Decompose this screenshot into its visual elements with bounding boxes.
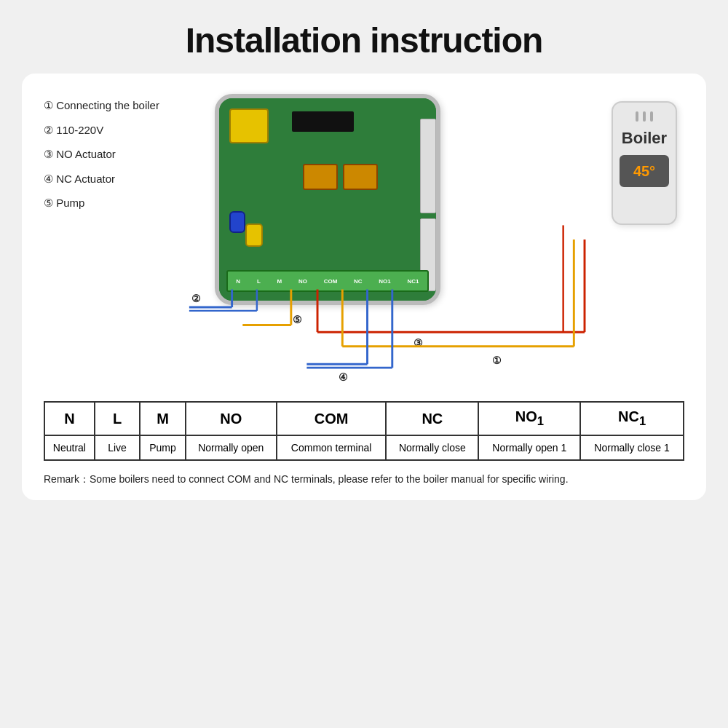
- page: Installation instruction ① Connecting th…: [0, 0, 728, 728]
- boiler-label: Boiler: [622, 129, 667, 148]
- instruction-item-2: ② 110-220V: [44, 119, 186, 142]
- remark-text: Remark：Some boilers need to connect COM …: [44, 471, 684, 487]
- svg-text:⑤: ⑤: [293, 314, 302, 325]
- pcb-transformer: [229, 108, 269, 143]
- pcb-connector-right: [420, 119, 436, 213]
- th-n: N: [44, 402, 95, 435]
- page-title: Installation instruction: [186, 0, 543, 74]
- instruction-item-1: ① Connecting the boiler: [44, 94, 186, 117]
- pcb-ic: [292, 111, 354, 132]
- th-no: NO: [186, 402, 277, 435]
- diagram-area: N L M NO COM NC NO1 NC1: [186, 87, 684, 392]
- th-nc1: NC1: [580, 402, 684, 435]
- boiler-vent-3: [650, 111, 653, 122]
- td-common-terminal: Common terminal: [277, 435, 386, 460]
- td-normally-close: Normally close: [386, 435, 478, 460]
- instruction-item-5: ⑤ Pump: [44, 191, 186, 215]
- th-no1: NO1: [478, 402, 580, 435]
- diagram-section: ① Connecting the boiler ② 110-220V ③ NO …: [44, 87, 684, 392]
- table-data-row: Neutral Live Pump Normally open Common t…: [44, 435, 684, 460]
- td-neutral: Neutral: [44, 435, 95, 460]
- main-card: ① Connecting the boiler ② 110-220V ③ NO …: [22, 74, 706, 500]
- instructions-list: ① Connecting the boiler ② 110-220V ③ NO …: [44, 87, 186, 216]
- pcb-relay2: [343, 164, 378, 190]
- td-normally-open: Normally open: [186, 435, 277, 460]
- table-section: N L M NO COM NC NO1 NC1 Neutral Live Pum: [44, 401, 684, 461]
- td-live: Live: [95, 435, 140, 460]
- pcb-board: N L M NO COM NC NO1 NC1: [215, 94, 440, 305]
- pcb-terminal-block: N L M NO COM NC NO1 NC1: [226, 270, 429, 292]
- boiler-vents: [636, 111, 653, 122]
- svg-text:②: ②: [191, 293, 201, 304]
- table-header-row: N L M NO COM NC NO1 NC1: [44, 402, 684, 435]
- svg-text:④: ④: [339, 372, 348, 383]
- boiler-vent-1: [636, 111, 638, 122]
- boiler-device: Boiler 45°: [612, 101, 677, 225]
- pcb-relay1: [303, 164, 338, 190]
- instruction-item-3: ③ NO Actuator: [44, 143, 186, 166]
- boiler-screen: 45°: [620, 155, 669, 187]
- svg-text:①: ①: [492, 355, 502, 366]
- boiler-vent-2: [643, 111, 646, 122]
- th-com: COM: [277, 402, 386, 435]
- terminal-table: N L M NO COM NC NO1 NC1 Neutral Live Pum: [44, 401, 684, 461]
- td-normally-close-1: Normally close 1: [580, 435, 684, 460]
- th-m: M: [140, 402, 185, 435]
- instruction-item-4: ④ NC Actuator: [44, 167, 186, 191]
- td-pump: Pump: [140, 435, 185, 460]
- th-l: L: [95, 402, 140, 435]
- svg-text:③: ③: [414, 338, 423, 349]
- td-normally-open-1: Normally open 1: [478, 435, 580, 460]
- th-nc: NC: [386, 402, 478, 435]
- pcb-yellow-cap: [245, 223, 263, 247]
- pcb-blue-cap: [229, 211, 245, 233]
